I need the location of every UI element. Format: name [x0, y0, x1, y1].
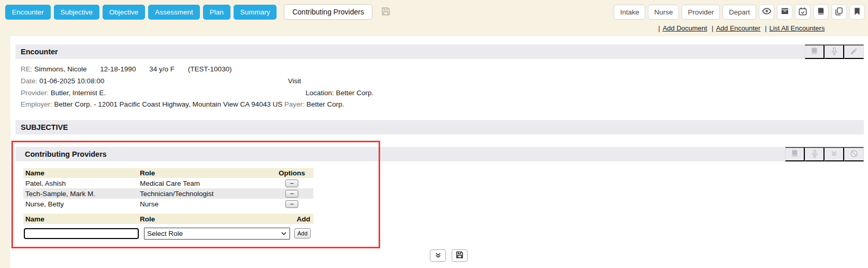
top-toolbar: Encounter Subjective Objective Assessmen… [0, 0, 868, 24]
providers-table-header: Name Role Options [23, 168, 313, 178]
cp-disable-button[interactable] [844, 147, 864, 161]
book-button[interactable] [813, 4, 829, 20]
copy-icon [834, 7, 844, 18]
add-document-link[interactable]: Add Document [662, 24, 707, 32]
disable-icon [850, 150, 858, 159]
nav-summary-button[interactable]: Summary [234, 5, 277, 20]
nav-encounter-button[interactable]: Encounter [5, 5, 51, 20]
encounter-dictate-button[interactable] [824, 44, 844, 59]
eye-button[interactable] [759, 4, 774, 20]
payer-value: Better Corp. [307, 100, 344, 108]
employer-value: Better Corp. - 12001 Pacific Coast Highw… [54, 100, 283, 108]
provider-name-cell: Patel, Ashish [23, 180, 140, 187]
cp-dictate-button[interactable] [805, 147, 824, 161]
add-provider-button[interactable]: Add [294, 228, 311, 239]
subjective-section-title: SUBJECTIVE [16, 123, 68, 131]
encounter-edit-button[interactable] [844, 44, 864, 59]
pipe-separator: | [765, 24, 766, 32]
nav-assessment-button[interactable]: Assessment [148, 5, 200, 20]
role-select[interactable]: Select Role [144, 228, 290, 240]
table-row: Patel, Ashish Medical Care Team − [23, 178, 313, 188]
location-row: Location: Better Corp. [306, 89, 373, 97]
role-column-header: Role [140, 169, 270, 177]
book-icon [816, 7, 826, 18]
add-encounter-link[interactable]: Add Encounter [716, 24, 760, 32]
remove-provider-button[interactable]: − [285, 200, 298, 208]
patient-dob: 12-18-1990 [100, 65, 136, 73]
book-icon [790, 149, 799, 159]
encounter-section-icons [805, 44, 864, 59]
nav-objective-button[interactable]: Objective [103, 5, 145, 20]
encounter-date: 01-06-2025 10:08:00 [39, 77, 104, 85]
contributing-providers-title: Contributing Providers [16, 150, 107, 158]
visit-type: Visit [288, 77, 301, 85]
calendar-check-icon [798, 7, 807, 18]
nav-subjective-button[interactable]: Subjective [54, 5, 99, 20]
book-icon [810, 47, 819, 57]
options-column-header: Options [270, 169, 313, 177]
pencil-icon [850, 47, 858, 57]
table-row: Nurse, Betty Nurse − [23, 199, 313, 209]
encounter-section-bar: Encounter [16, 44, 864, 59]
form-footer-buttons [430, 249, 468, 262]
provider-row: Provider: Butler, Internist E. [21, 89, 106, 97]
employer-label: Employer: [21, 100, 52, 108]
role-select-wrap: Select Role [144, 228, 290, 240]
provider-name-input[interactable] [24, 228, 139, 239]
microphone-icon [811, 150, 819, 159]
archive-icon [780, 7, 789, 17]
patient-summary-row: RE: Simmons, Nicole 12-18-1990 34 y/o F … [21, 65, 232, 73]
encounter-links-band: |Add Document |Add Encounter |List All E… [0, 24, 868, 36]
patient-age-sex: 34 y/o F [149, 65, 175, 73]
patient-id: (TEST-10030) [188, 65, 232, 73]
add-provider-form: Name Role Add Select Role Add [23, 214, 313, 240]
nurse-button[interactable]: Nurse [648, 5, 679, 20]
archive-button[interactable] [777, 4, 792, 20]
intake-button[interactable]: Intake [614, 5, 645, 20]
contributing-providers-icons [785, 147, 864, 161]
copy-button[interactable] [831, 4, 847, 20]
add-role-header: Role [140, 215, 270, 223]
save-icon [455, 250, 464, 261]
expand-collapse-button[interactable] [430, 249, 446, 262]
subjective-section-bar: SUBJECTIVE [16, 120, 864, 135]
remove-provider-button[interactable]: − [285, 190, 298, 198]
remove-provider-button[interactable]: − [285, 180, 298, 187]
nav-plan-button[interactable]: Plan [203, 5, 230, 20]
eye-icon [762, 6, 772, 18]
bookmark-icon [853, 7, 861, 17]
date-row: Date: 01-06-2025 10:08:00 [21, 77, 104, 85]
encounter-content: Encounter RE: Simmons, Nicole 12-18-1990… [10, 36, 868, 268]
contributing-providers-section-bar: Contributing Providers [16, 147, 864, 161]
save-icon [381, 6, 391, 18]
ehr-encounter-page: Encounter Subjective Objective Assessmen… [0, 0, 868, 268]
bookmark-button[interactable] [849, 4, 865, 20]
add-form-row: Select Role Add [23, 227, 313, 240]
provider-role-cell: Nurse [140, 200, 270, 208]
table-row: Tech-Sample, Mark M. Technician/Technolo… [23, 188, 313, 199]
form-nav-group: Encounter Subjective Objective Assessmen… [5, 4, 391, 20]
collapse-chevrons-icon [830, 150, 838, 159]
list-all-encounters-link[interactable]: List All Encounters [769, 24, 824, 32]
save-form-button[interactable] [452, 249, 468, 262]
calendar-check-button[interactable] [795, 4, 811, 20]
form-name-field[interactable]: Contributing Providers [284, 4, 372, 20]
name-column-header: Name [23, 169, 140, 177]
cp-collapse-button[interactable] [824, 147, 844, 161]
payer-label: Payer: [284, 100, 305, 108]
date-label: Date: [21, 77, 37, 85]
provider-button[interactable]: Provider [682, 5, 720, 20]
save-form-name-button[interactable] [381, 6, 391, 18]
depart-button[interactable]: Depart [722, 5, 756, 20]
provider-name: Butler, Internist E. [51, 89, 106, 97]
add-column-header: Add [270, 215, 313, 223]
providers-table: Name Role Options Patel, Ashish Medical … [23, 168, 313, 209]
provider-role-cell: Medical Care Team [140, 180, 270, 187]
expand-chevrons-icon [435, 251, 442, 260]
encounter-book-button[interactable] [805, 44, 824, 59]
provider-label: Provider: [21, 89, 49, 97]
cp-book-button[interactable] [785, 147, 805, 161]
location-value: Better Corp. [336, 89, 374, 97]
encounter-section-title: Encounter [16, 48, 58, 56]
encounter-links: |Add Document |Add Encounter |List All E… [656, 24, 824, 32]
